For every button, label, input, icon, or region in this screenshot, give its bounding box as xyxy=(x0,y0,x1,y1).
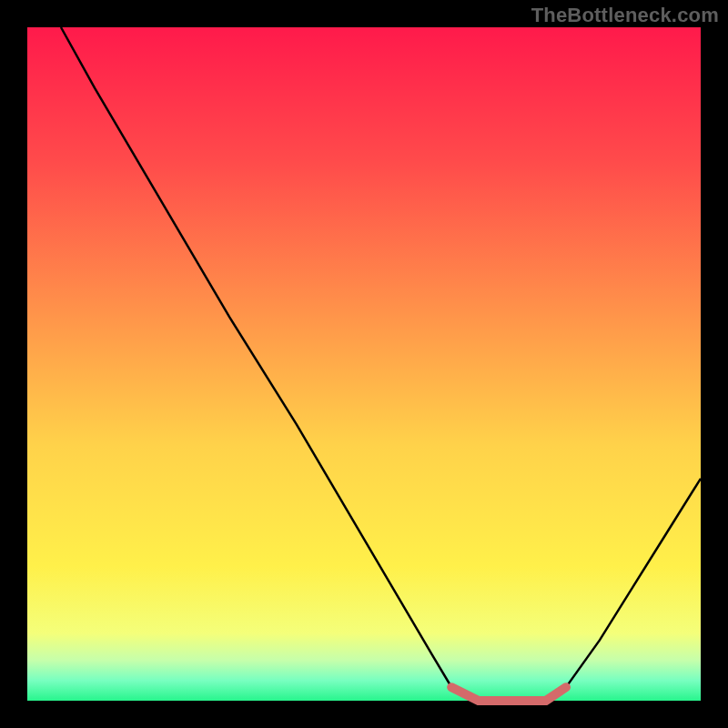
bottleneck-chart xyxy=(0,0,728,728)
watermark-label: TheBottleneck.com xyxy=(531,4,719,27)
plot-background xyxy=(27,27,701,701)
chart-frame: TheBottleneck.com xyxy=(0,0,728,728)
